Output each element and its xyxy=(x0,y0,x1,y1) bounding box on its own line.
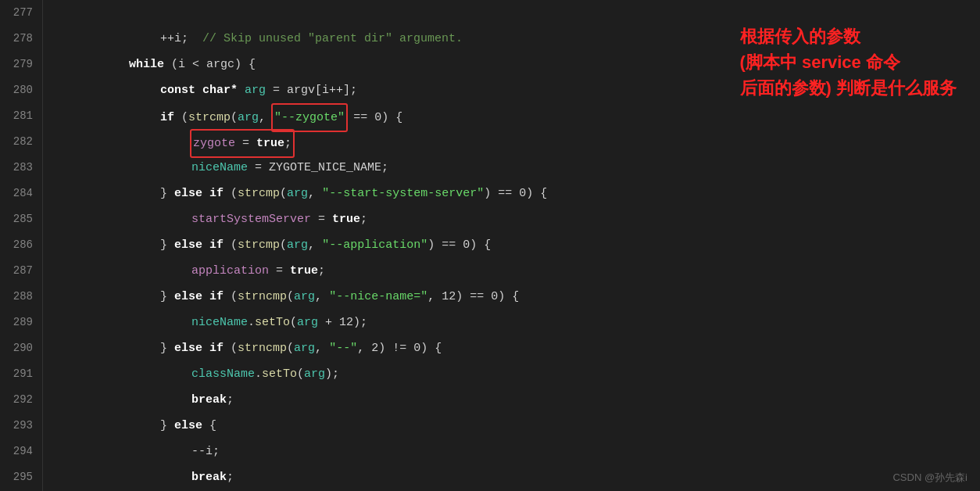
line-num-277: 277 xyxy=(9,0,33,26)
line-num-295: 295 xyxy=(9,464,33,490)
line-num-282: 282 xyxy=(9,129,33,155)
line-num-283: 283 xyxy=(9,155,33,181)
line-num-292: 292 xyxy=(9,387,33,413)
code-content: ++i; // Skip unused "parent dir" argumen… xyxy=(43,0,980,491)
watermark: CSDN @孙先森i xyxy=(892,471,967,485)
line-num-284: 284 xyxy=(9,181,33,206)
code-line-277: ++i; // Skip unused "parent dir" argumen… xyxy=(55,0,980,26)
line-num-291: 291 xyxy=(9,361,33,387)
line-num-289: 289 xyxy=(9,310,33,335)
line-num-293: 293 xyxy=(9,413,33,439)
line-num-286: 286 xyxy=(9,232,33,258)
code-editor: 277 278 279 280 281 282 283 284 285 286 … xyxy=(0,0,980,491)
line-num-278: 278 xyxy=(9,26,33,52)
line-num-294: 294 xyxy=(9,439,33,464)
line-num-281: 281 xyxy=(9,103,33,129)
line-num-280: 280 xyxy=(9,77,33,103)
line-numbers: 277 278 279 280 281 282 283 284 285 286 … xyxy=(0,0,43,491)
line-num-279: 279 xyxy=(9,52,33,77)
line-num-290: 290 xyxy=(9,335,33,361)
line-num-288: 288 xyxy=(9,284,33,310)
line-num-287: 287 xyxy=(9,258,33,284)
line-num-285: 285 xyxy=(9,206,33,232)
